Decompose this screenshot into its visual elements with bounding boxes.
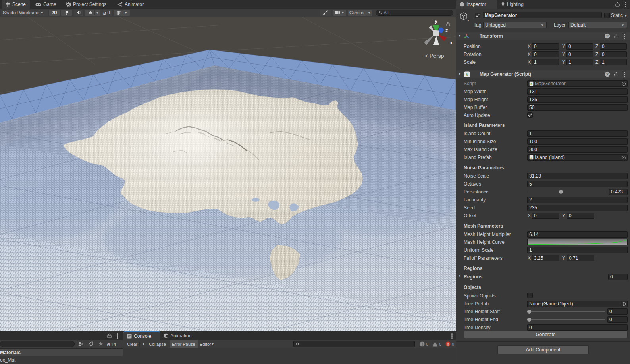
svg-text:y: y xyxy=(435,18,438,24)
svg-text:z: z xyxy=(445,27,448,33)
svg-text:< Persp: < Persp xyxy=(425,53,444,59)
svg-text:x: x xyxy=(450,40,453,46)
svg-text:#: # xyxy=(466,72,468,77)
svg-text:#: # xyxy=(530,156,532,159)
svg-text:?: ? xyxy=(606,72,609,76)
svg-text:?: ? xyxy=(606,34,609,38)
svg-text:#: # xyxy=(530,82,532,86)
